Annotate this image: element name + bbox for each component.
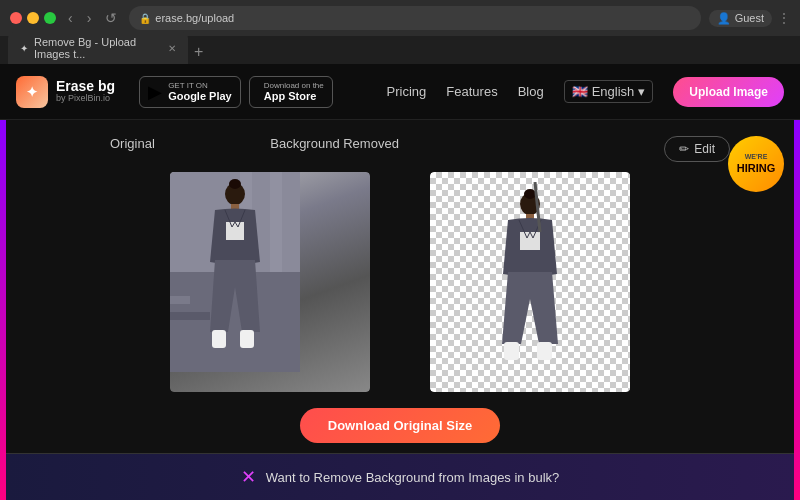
svg-rect-3	[170, 304, 200, 312]
bg-removed-image-panel	[430, 172, 630, 392]
browser-chrome: ‹ › ↺ 🔒 erase.bg/upload 👤 Guest ⋮	[0, 0, 800, 36]
logo-icon: ✦	[16, 76, 48, 108]
pricing-link[interactable]: Pricing	[387, 84, 427, 99]
nav-links: Pricing Features Blog 🇬🇧 English ▾ Uploa…	[387, 77, 784, 107]
tab-close-button[interactable]: ✕	[168, 43, 176, 54]
hiring-pre-text: WE'RE	[745, 153, 768, 161]
browser-navigation: ‹ › ↺	[64, 8, 121, 28]
google-play-badge[interactable]: ▶ GET IT ON Google Play	[139, 76, 241, 108]
forward-button[interactable]: ›	[83, 8, 96, 28]
google-play-icon: ▶	[148, 81, 162, 103]
bg-removed-image	[430, 172, 630, 392]
app-store-badge[interactable]: Download on the App Store	[249, 76, 333, 108]
svg-rect-12	[240, 330, 254, 348]
person-overlay	[430, 172, 630, 392]
logo-title: Erase bg	[56, 79, 115, 94]
guest-label: Guest	[735, 12, 764, 24]
lock-icon: 🔒	[139, 13, 151, 24]
main-content: WE'RE HIRING Original Background Removed…	[0, 120, 800, 500]
svg-rect-11	[212, 330, 226, 348]
logo-subtitle: by PixelBin.io	[56, 94, 115, 104]
svg-rect-10	[226, 222, 244, 240]
svg-point-8	[229, 179, 241, 189]
app-store-text: Download on the App Store	[264, 81, 324, 102]
reload-button[interactable]: ↺	[101, 8, 121, 28]
svg-rect-6	[270, 172, 282, 272]
language-selector[interactable]: 🇬🇧 English ▾	[564, 80, 654, 103]
edit-button[interactable]: ✏ Edit	[664, 136, 730, 162]
tab-favicon: ✦	[20, 43, 28, 54]
features-link[interactable]: Features	[446, 84, 497, 99]
window-controls	[10, 12, 56, 24]
guest-badge: 👤 Guest	[709, 10, 772, 27]
original-image	[170, 172, 370, 392]
language-label: English	[592, 84, 635, 99]
upload-image-button[interactable]: Upload Image	[673, 77, 784, 107]
bulk-text: Want to Remove Background from Images in…	[266, 470, 560, 485]
back-button[interactable]: ‹	[64, 8, 77, 28]
google-play-sub: GET IT ON	[168, 81, 232, 90]
minimize-button[interactable]	[27, 12, 39, 24]
logo-text: Erase bg by PixelBin.io	[56, 79, 115, 104]
svg-rect-4	[170, 296, 190, 304]
original-person-svg	[170, 172, 300, 372]
image-panels	[170, 172, 630, 392]
maximize-button[interactable]	[44, 12, 56, 24]
tab-title: Remove Bg - Upload Images t...	[34, 36, 162, 60]
svg-point-14	[524, 189, 536, 199]
content-area: Original Background Removed ✏ Edit	[20, 136, 780, 493]
store-badges: ▶ GET IT ON Google Play Download on the …	[139, 76, 333, 108]
pencil-icon: ✏	[679, 142, 689, 156]
edit-label: Edit	[694, 142, 715, 156]
original-label: Original	[100, 136, 155, 151]
url-text: erase.bg/upload	[155, 12, 234, 24]
menu-icon[interactable]: ⋮	[778, 11, 790, 25]
download-button[interactable]: Download Original Size	[300, 408, 500, 443]
svg-rect-18	[537, 342, 552, 360]
bulk-icon: ✕	[241, 466, 256, 488]
bg-removed-person-svg	[465, 182, 595, 382]
active-tab[interactable]: ✦ Remove Bg - Upload Images t... ✕	[8, 32, 188, 64]
bg-removed-label: Background Removed	[260, 136, 399, 151]
svg-rect-2	[170, 312, 210, 320]
bulk-banner[interactable]: ✕ Want to Remove Background from Images …	[6, 453, 794, 500]
google-play-name: Google Play	[168, 90, 232, 102]
bg-removed-image-container	[430, 172, 630, 392]
app-store-name: App Store	[264, 90, 324, 102]
tab-bar: ✦ Remove Bg - Upload Images t... ✕ +	[0, 36, 800, 64]
user-icon: 👤	[717, 12, 731, 25]
new-tab-button[interactable]: +	[194, 44, 203, 64]
close-button[interactable]	[10, 12, 22, 24]
original-image-container	[170, 172, 370, 392]
logo[interactable]: ✦ Erase bg by PixelBin.io	[16, 76, 115, 108]
original-image-panel	[170, 172, 370, 392]
browser-actions: 👤 Guest ⋮	[709, 10, 790, 27]
google-play-text: GET IT ON Google Play	[168, 81, 232, 102]
address-bar[interactable]: 🔒 erase.bg/upload	[129, 6, 700, 30]
svg-rect-17	[504, 342, 519, 360]
navbar: ✦ Erase bg by PixelBin.io ▶ GET IT ON Go…	[0, 64, 800, 120]
hiring-main-text: HIRING	[737, 162, 776, 175]
blog-link[interactable]: Blog	[518, 84, 544, 99]
hiring-badge[interactable]: WE'RE HIRING	[728, 136, 784, 192]
svg-rect-16	[520, 232, 540, 250]
panel-headers: Original Background Removed ✏ Edit	[50, 136, 750, 162]
chevron-down-icon: ▾	[638, 84, 645, 99]
app-store-sub: Download on the	[264, 81, 324, 90]
flag-icon: 🇬🇧	[572, 84, 588, 99]
